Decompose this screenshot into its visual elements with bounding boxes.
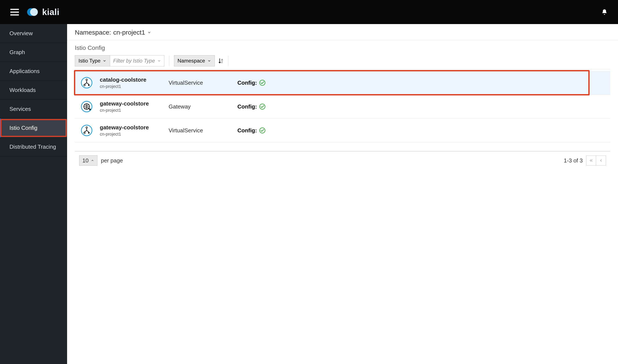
pagination-range: 1-3 of 3 bbox=[564, 157, 583, 164]
check-circle-icon bbox=[259, 103, 266, 110]
chevron-down-icon bbox=[207, 59, 211, 63]
sort-by-select[interactable]: Namespace bbox=[174, 55, 215, 66]
list-item[interactable]: gateway-coolstore cn-project1 VirtualSer… bbox=[75, 119, 610, 143]
filter-type-label: Istio Type bbox=[79, 58, 100, 64]
config-status: Config: bbox=[237, 103, 266, 110]
chevron-down-icon bbox=[147, 30, 151, 34]
main-content: Namespace: cn-project1 Istio Config Isti… bbox=[67, 24, 618, 364]
config-namespace: cn-project1 bbox=[100, 132, 169, 137]
config-type: VirtualService bbox=[169, 127, 237, 134]
prev-page-button[interactable] bbox=[596, 156, 606, 166]
chevron-down-icon bbox=[103, 59, 107, 63]
namespace-selector[interactable]: Namespace: cn-project1 bbox=[67, 24, 618, 40]
namespace-value: cn-project1 bbox=[113, 29, 145, 36]
sidebar-nav: Overview Graph Applications Workloads Se… bbox=[0, 24, 67, 364]
sidebar-item-overview[interactable]: Overview bbox=[0, 24, 67, 43]
gateway-icon bbox=[81, 101, 93, 112]
config-namespace: cn-project1 bbox=[100, 84, 169, 89]
sort-by-label: Namespace bbox=[178, 58, 205, 64]
config-status-label: Config: bbox=[237, 103, 257, 110]
per-page-suffix: per page bbox=[101, 157, 123, 164]
chevron-up-icon bbox=[91, 159, 94, 162]
sidebar-item-label: Applications bbox=[10, 68, 40, 75]
sidebar-item-label: Istio Config bbox=[10, 125, 37, 131]
hamburger-menu-button[interactable] bbox=[10, 8, 19, 16]
sort-direction-button[interactable] bbox=[218, 58, 224, 64]
chevron-left-icon bbox=[599, 158, 603, 163]
pagination-buttons bbox=[586, 156, 606, 166]
pagination-bar: 10 per page 1-3 of 3 bbox=[75, 151, 610, 169]
config-name: gateway-coolstore bbox=[100, 124, 169, 131]
first-page-button[interactable] bbox=[586, 156, 596, 166]
config-name: gateway-coolstore bbox=[100, 100, 169, 107]
config-status: Config: bbox=[237, 79, 266, 86]
double-chevron-left-icon bbox=[589, 158, 593, 163]
sidebar-item-label: Workloads bbox=[10, 87, 36, 93]
config-name: catalog-coolstore bbox=[100, 77, 169, 83]
check-circle-icon bbox=[259, 127, 266, 134]
config-type: VirtualService bbox=[169, 79, 237, 86]
filter-placeholder: Filter by Istio Type bbox=[113, 58, 155, 64]
check-circle-icon bbox=[259, 79, 266, 86]
chevron-down-icon bbox=[157, 59, 161, 63]
brand-logo[interactable]: kiali bbox=[27, 7, 59, 17]
list-item[interactable]: gateway-coolstore cn-project1 Gateway Co… bbox=[75, 95, 610, 119]
sidebar-item-services[interactable]: Services bbox=[0, 100, 67, 119]
toolbar-divider bbox=[169, 56, 169, 66]
sort-az-icon bbox=[218, 58, 224, 64]
namespace-label-prefix: Namespace: bbox=[75, 29, 111, 36]
divider bbox=[75, 69, 610, 69]
config-status-label: Config: bbox=[237, 127, 257, 134]
istio-config-list: catalog-coolstore cn-project1 VirtualSer… bbox=[67, 71, 618, 143]
svg-point-10 bbox=[30, 8, 38, 16]
sidebar-item-istio-config[interactable]: Istio Config bbox=[0, 119, 67, 138]
sidebar-item-applications[interactable]: Applications bbox=[0, 62, 67, 81]
config-type: Gateway bbox=[169, 103, 237, 110]
page-title: Istio Config bbox=[75, 44, 610, 51]
sidebar-item-label: Graph bbox=[10, 49, 25, 56]
virtualservice-icon bbox=[81, 77, 93, 89]
notifications-bell-icon[interactable] bbox=[601, 9, 608, 15]
per-page-value: 10 bbox=[82, 157, 89, 164]
brand-name: kiali bbox=[42, 7, 59, 17]
top-bar: kiali bbox=[0, 0, 618, 24]
sidebar-item-distributed-tracing[interactable]: Distributed Tracing bbox=[0, 138, 67, 156]
list-item[interactable]: catalog-coolstore cn-project1 VirtualSer… bbox=[75, 71, 610, 95]
config-status-label: Config: bbox=[237, 79, 257, 86]
sidebar-item-workloads[interactable]: Workloads bbox=[0, 81, 67, 100]
per-page-select[interactable]: 10 bbox=[79, 155, 97, 166]
sidebar-item-label: Overview bbox=[10, 30, 33, 37]
sidebar-item-label: Distributed Tracing bbox=[10, 143, 56, 150]
filter-type-select[interactable]: Istio Type bbox=[75, 55, 110, 66]
sidebar-item-label: Services bbox=[10, 106, 31, 112]
filter-toolbar: Istio Type Filter by Istio Type Namespac… bbox=[75, 55, 610, 66]
filter-value-input[interactable]: Filter by Istio Type bbox=[110, 55, 164, 66]
sidebar-item-graph[interactable]: Graph bbox=[0, 43, 67, 62]
config-status: Config: bbox=[237, 127, 266, 134]
virtualservice-icon bbox=[81, 125, 93, 136]
config-namespace: cn-project1 bbox=[100, 108, 169, 113]
kiali-logo-icon bbox=[27, 7, 39, 17]
